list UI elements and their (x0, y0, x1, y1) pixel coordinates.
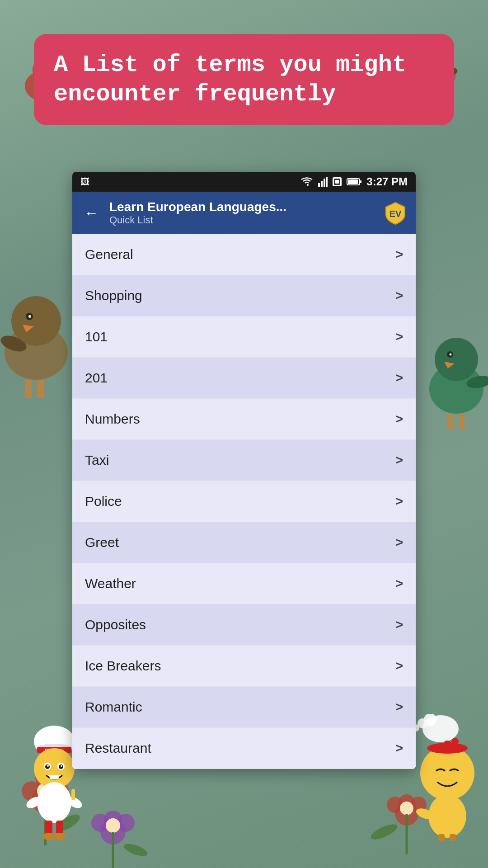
status-bar: 🖼 (72, 172, 416, 192)
svg-rect-90 (438, 834, 445, 841)
svg-point-19 (435, 338, 478, 381)
list-item-arrow-icon: > (396, 453, 403, 467)
svg-point-87 (443, 741, 452, 750)
list-item[interactable]: Numbers> (72, 399, 416, 440)
svg-rect-17 (37, 380, 44, 398)
list-item-label: Ice Breakers (85, 658, 161, 674)
svg-point-22 (450, 354, 452, 356)
list-item[interactable]: Opposites> (72, 604, 416, 646)
svg-point-71 (37, 782, 71, 823)
list-item-arrow-icon: > (396, 618, 403, 632)
svg-point-69 (61, 765, 62, 767)
signal-icon (318, 177, 328, 187)
svg-rect-53 (335, 180, 339, 184)
list-item-arrow-icon: > (396, 576, 403, 591)
svg-point-85 (420, 746, 474, 800)
app-bar: ← Learn European Languages... Quick List… (72, 192, 416, 234)
list-item-label: 101 (85, 329, 108, 344)
list-item-label: Police (85, 494, 122, 509)
list-item-label: Greet (85, 535, 119, 550)
svg-rect-55 (348, 179, 358, 184)
app-bar-title: Learn European Languages... (109, 200, 376, 214)
status-bar-right: 3:27 PM (300, 175, 408, 188)
svg-rect-48 (321, 181, 323, 187)
list-item-arrow-icon: > (396, 330, 403, 344)
list-item-arrow-icon: > (396, 700, 403, 714)
list-item-arrow-icon: > (396, 741, 403, 755)
svg-rect-25 (459, 414, 465, 429)
list-item-arrow-icon: > (396, 288, 403, 303)
list-item-label: 201 (85, 370, 108, 386)
bird-mid-right-icon (416, 316, 488, 429)
svg-point-11 (11, 296, 61, 346)
status-time: 3:27 PM (366, 175, 408, 188)
app-bar-title-group: Learn European Languages... Quick List (109, 200, 376, 226)
list-item-label: General (85, 247, 133, 262)
svg-point-77 (42, 833, 55, 840)
list-item[interactable]: Police> (72, 481, 416, 522)
list-item[interactable]: General> (72, 234, 416, 275)
svg-point-88 (428, 794, 466, 838)
sim-icon (332, 177, 342, 187)
list-item[interactable]: Taxi> (72, 440, 416, 481)
svg-point-36 (106, 818, 120, 833)
title-banner-text: A List of terms you might encounter freq… (54, 50, 434, 109)
list-item[interactable]: 201> (72, 358, 416, 399)
list-item[interactable]: 101> (72, 316, 416, 358)
svg-text:EV: EV (389, 209, 402, 219)
list-item-arrow-icon: > (396, 247, 403, 262)
svg-rect-16 (25, 380, 32, 398)
list-item-arrow-icon: > (396, 535, 403, 550)
svg-point-14 (28, 315, 31, 318)
list-item-arrow-icon: > (396, 371, 403, 385)
svg-rect-74 (71, 789, 75, 800)
svg-point-45 (122, 841, 149, 859)
app-shield-icon: EV (383, 201, 408, 225)
list-item-label: Opposites (85, 617, 146, 632)
list-item[interactable]: Greet> (72, 522, 416, 563)
svg-rect-91 (450, 834, 456, 841)
app-bar-subtitle: Quick List (109, 214, 376, 226)
status-bar-left: 🖼 (80, 177, 89, 187)
list-item-label: Numbers (85, 411, 140, 427)
list-item[interactable]: Ice Breakers> (72, 646, 416, 687)
list-item-label: Restaurant (85, 741, 151, 756)
battery-icon (347, 178, 362, 186)
phone-mockup: 🖼 (72, 172, 416, 769)
list-item-arrow-icon: > (396, 659, 403, 673)
svg-rect-49 (324, 179, 325, 187)
list-item[interactable]: Shopping> (72, 275, 416, 316)
list-item-arrow-icon: > (396, 494, 403, 509)
svg-rect-47 (318, 183, 320, 187)
wifi-icon (300, 177, 313, 187)
list-item[interactable]: Weather> (72, 563, 416, 604)
svg-point-82 (422, 715, 459, 742)
title-banner: A List of terms you might encounter freq… (34, 34, 454, 125)
list-item[interactable]: Restaurant> (72, 728, 416, 769)
list-item-arrow-icon: > (396, 412, 403, 426)
media-icon: 🖼 (80, 177, 89, 187)
svg-point-78 (53, 833, 66, 840)
list-container: General>Shopping>101>201>Numbers>Taxi>Po… (72, 234, 416, 769)
list-item-label: Shopping (85, 288, 142, 303)
svg-rect-56 (360, 180, 361, 183)
list-item[interactable]: Romantic> (72, 687, 416, 728)
svg-rect-70 (50, 775, 59, 779)
svg-rect-50 (326, 177, 328, 187)
back-button[interactable]: ← (80, 203, 102, 223)
list-item-label: Taxi (85, 453, 109, 468)
list-item-label: Romantic (85, 699, 142, 715)
svg-rect-24 (447, 414, 453, 429)
list-item-label: Weather (85, 576, 136, 591)
svg-point-68 (47, 765, 49, 767)
